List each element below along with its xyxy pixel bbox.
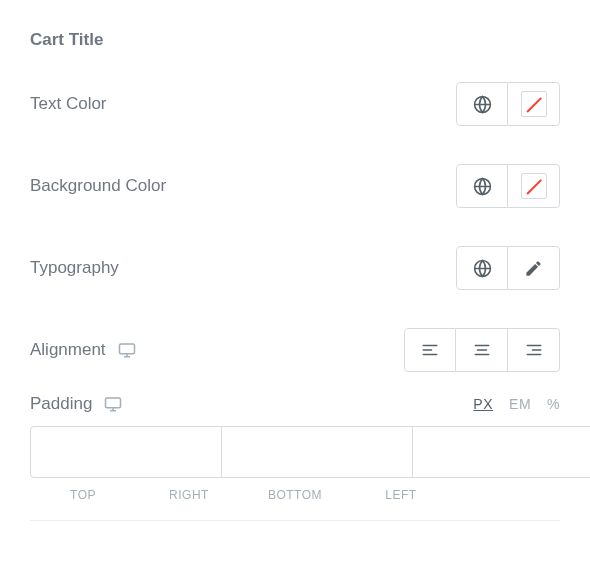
text-color-picker-button[interactable] xyxy=(508,82,560,126)
typography-edit-button[interactable] xyxy=(508,246,560,290)
padding-right-input[interactable] xyxy=(222,426,413,478)
padding-top-input[interactable] xyxy=(30,426,222,478)
unit-px-button[interactable]: PX xyxy=(473,396,493,412)
alignment-label-wrap: Alignment xyxy=(30,340,136,360)
text-color-controls xyxy=(456,82,560,126)
background-color-global-button[interactable] xyxy=(456,164,508,208)
padding-left-side-label: LEFT xyxy=(348,488,454,502)
align-left-button[interactable] xyxy=(404,328,456,372)
background-color-row: Background Color xyxy=(30,164,560,208)
padding-bottom-side-label: BOTTOM xyxy=(242,488,348,502)
align-right-button[interactable] xyxy=(508,328,560,372)
typography-controls xyxy=(456,246,560,290)
divider xyxy=(30,520,560,521)
alignment-row: Alignment xyxy=(30,328,560,372)
text-color-row: Text Color xyxy=(30,82,560,126)
padding-unit-switch: PX EM % xyxy=(473,396,560,412)
globe-icon xyxy=(473,177,492,196)
alignment-label: Alignment xyxy=(30,340,106,360)
alignment-controls xyxy=(404,328,560,372)
svg-rect-18 xyxy=(106,398,121,408)
globe-icon xyxy=(473,259,492,278)
typography-label: Typography xyxy=(30,258,119,278)
align-right-icon xyxy=(525,341,543,359)
globe-icon xyxy=(473,95,492,114)
background-color-picker-button[interactable] xyxy=(508,164,560,208)
padding-right-side-label: RIGHT xyxy=(136,488,242,502)
text-color-global-button[interactable] xyxy=(456,82,508,126)
unit-pct-button[interactable]: % xyxy=(547,396,560,412)
unit-em-button[interactable]: EM xyxy=(509,396,531,412)
desktop-icon[interactable] xyxy=(118,341,136,359)
padding-label-wrap: Padding xyxy=(30,394,122,414)
svg-rect-6 xyxy=(119,344,134,354)
color-swatch-none-icon xyxy=(521,173,547,199)
section-title: Cart Title xyxy=(30,30,560,50)
padding-inputs xyxy=(30,426,560,478)
padding-label: Padding xyxy=(30,394,92,414)
padding-header-row: Padding PX EM % xyxy=(30,394,560,414)
typography-row: Typography xyxy=(30,246,560,290)
text-color-label: Text Color xyxy=(30,94,107,114)
padding-top-side-label: TOP xyxy=(30,488,136,502)
desktop-icon[interactable] xyxy=(104,395,122,413)
background-color-controls xyxy=(456,164,560,208)
align-left-icon xyxy=(421,341,439,359)
padding-bottom-input[interactable] xyxy=(413,426,590,478)
pencil-icon xyxy=(524,259,543,278)
padding-side-labels: TOP RIGHT BOTTOM LEFT X xyxy=(30,488,560,502)
color-swatch-none-icon xyxy=(521,91,547,117)
background-color-label: Background Color xyxy=(30,176,166,196)
align-center-button[interactable] xyxy=(456,328,508,372)
align-center-icon xyxy=(473,341,491,359)
typography-global-button[interactable] xyxy=(456,246,508,290)
